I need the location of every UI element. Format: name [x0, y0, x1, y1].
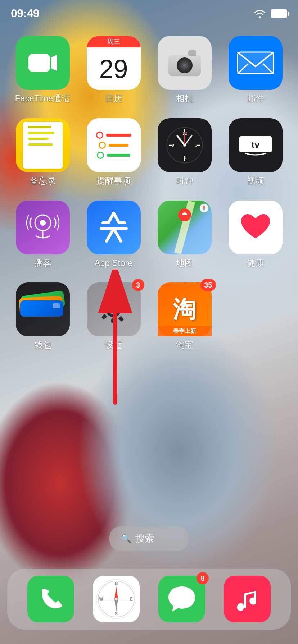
status-icons — [253, 9, 287, 18]
app-podcasts-label: 播客 — [34, 258, 51, 268]
app-taobao[interactable]: 淘 春季上新 35 淘宝 — [153, 282, 216, 350]
app-appstore[interactable]: App Store — [82, 201, 145, 268]
dock-messages[interactable]: 8 — [158, 576, 205, 622]
app-podcasts[interactable]: 播客 — [11, 201, 74, 268]
svg-text:6: 6 — [183, 156, 185, 160]
svg-text:S: S — [115, 611, 118, 616]
status-bar: 09:49 — [0, 0, 298, 22]
app-empty — [224, 282, 287, 350]
app-calendar-label: 日历 — [105, 93, 122, 104]
svg-rect-10 — [238, 52, 274, 74]
app-maps-label: 地图 — [176, 258, 193, 268]
svg-text:tv: tv — [251, 139, 260, 150]
app-notes-label: 备忘录 — [30, 176, 56, 186]
search-bar[interactable]: 🔍 搜索 — [109, 526, 189, 551]
svg-point-36 — [109, 304, 119, 314]
dock-safari[interactable]: N S E W — [93, 576, 140, 622]
app-clock[interactable]: 12 3 6 9 时钟 — [153, 118, 216, 186]
svg-point-8 — [172, 56, 176, 60]
svg-text:E: E — [130, 597, 133, 602]
app-notes[interactable]: 备忘录 — [11, 118, 74, 186]
app-tv-label: 视频 — [247, 176, 264, 186]
app-grid: FaceTime通话 周三 29 日历 — [0, 29, 298, 358]
calendar-day-label: 周三 — [87, 36, 141, 47]
app-settings-label: 设置 — [105, 340, 122, 350]
dock-music[interactable] — [224, 576, 271, 622]
svg-point-9 — [183, 64, 186, 67]
svg-marker-1 — [51, 55, 57, 71]
svg-text:9: 9 — [172, 143, 174, 147]
svg-text:N: N — [115, 581, 118, 586]
wifi-icon — [253, 9, 266, 18]
status-time: 09:49 — [11, 7, 39, 20]
dock: N S E W 8 — [7, 569, 291, 630]
settings-badge: 3 — [132, 279, 144, 291]
battery-icon — [271, 9, 287, 18]
search-icon: 🔍 — [121, 534, 132, 544]
svg-text:3: 3 — [195, 143, 197, 147]
taobao-badge: 35 — [200, 279, 216, 291]
app-tv[interactable]: tv 视频 — [224, 118, 287, 186]
app-mail-label: 邮件 — [247, 93, 264, 104]
app-clock-label: 时钟 — [176, 176, 193, 186]
app-reminders[interactable]: 提醒事项 — [82, 118, 145, 186]
app-health-label: 健康 — [247, 258, 264, 268]
app-facetime[interactable]: FaceTime通话 — [11, 36, 74, 104]
app-taobao-label: 淘宝 — [176, 340, 193, 350]
calendar-date-label: 29 — [99, 56, 128, 82]
app-health[interactable]: 健康 — [224, 201, 287, 268]
app-camera[interactable]: 相机 — [153, 36, 216, 104]
svg-text:W: W — [99, 597, 103, 602]
app-wallet-label: 钱包 — [34, 340, 51, 350]
app-settings[interactable]: 3 设置 — [82, 282, 145, 350]
svg-rect-0 — [28, 54, 50, 72]
dock-phone[interactable] — [27, 576, 74, 622]
svg-point-29 — [40, 220, 46, 226]
search-label: 搜索 — [135, 532, 154, 545]
app-appstore-label: App Store — [94, 258, 133, 268]
app-wallet[interactable]: 钱包 — [11, 282, 74, 350]
app-camera-label: 相机 — [176, 93, 193, 104]
svg-rect-7 — [188, 50, 196, 56]
app-calendar[interactable]: 周三 29 日历 — [82, 36, 145, 104]
app-facetime-label: FaceTime通话 — [15, 93, 71, 104]
app-reminders-label: 提醒事项 — [96, 176, 131, 186]
svg-point-26 — [183, 144, 186, 146]
app-maps[interactable]: 地图 — [153, 201, 216, 268]
messages-badge: 8 — [197, 572, 209, 584]
app-mail[interactable]: 邮件 — [224, 36, 287, 104]
